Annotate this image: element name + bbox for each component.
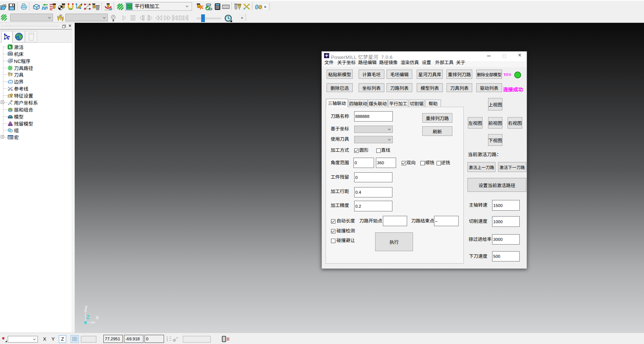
svg-text:z: z	[167, 339, 168, 341]
svg-text:Y: Y	[85, 306, 88, 310]
svg-text:Z: Z	[86, 314, 90, 320]
svg-text:X: X	[96, 315, 99, 320]
